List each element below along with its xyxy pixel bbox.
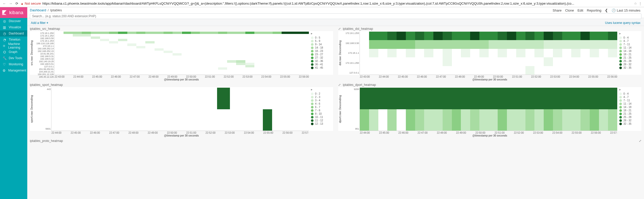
sidebar-item-dev-tools[interactable]: 🔧Dev Tools (0, 55, 27, 61)
legend-item[interactable]: 25 - 28 (619, 115, 640, 119)
heatmap-cell[interactable] (599, 40, 608, 49)
heatmap-cell[interactable] (590, 88, 599, 109)
heatmap-cell[interactable] (424, 49, 433, 57)
heatmap-cell[interactable] (118, 39, 127, 41)
heatmap-cell[interactable] (424, 88, 433, 109)
heatmap-cell[interactable] (590, 49, 599, 57)
heatmap-cell[interactable] (406, 49, 415, 57)
heatmap-cell[interactable] (516, 32, 525, 40)
heatmap-cell[interactable] (516, 109, 525, 131)
heatmap-cell[interactable] (571, 40, 580, 49)
heatmap-cell[interactable] (415, 109, 424, 131)
heatmap-cell[interactable] (433, 40, 443, 49)
heatmap-cell[interactable] (599, 109, 608, 131)
heatmap-cell[interactable] (580, 32, 590, 40)
legend-item[interactable]: 4 - 7 (619, 95, 640, 99)
legend-item[interactable]: 28 - 32 (619, 63, 640, 66)
heatmap-cell[interactable] (443, 49, 452, 57)
heatmap-cell[interactable] (525, 40, 535, 49)
heatmap-cell[interactable] (507, 88, 516, 109)
heatmap-cell[interactable] (443, 32, 452, 40)
heatmap-cell[interactable] (145, 32, 154, 34)
heatmap-cell[interactable] (489, 40, 498, 49)
heatmap-cell[interactable] (580, 109, 590, 131)
heatmap-cell[interactable] (571, 109, 580, 131)
heatmap-cell[interactable] (397, 40, 406, 49)
legend-nav-icon[interactable]: ▸ (619, 88, 640, 92)
legend-item[interactable]: 18 - 21 (619, 53, 640, 56)
heatmap-cell[interactable] (461, 32, 470, 40)
heatmap-cell[interactable] (571, 88, 580, 109)
heatmap-cell[interactable] (387, 49, 397, 57)
legend-item[interactable]: 32 - 36 (311, 59, 332, 63)
heatmap-cell[interactable] (263, 109, 272, 131)
heatmap-cell[interactable] (433, 88, 443, 109)
heatmap-cell[interactable] (415, 88, 424, 109)
heatmap-cell[interactable] (263, 32, 272, 34)
heatmap-cell[interactable] (73, 32, 82, 34)
heatmap-cell[interactable] (544, 57, 553, 66)
heatmap-cell[interactable] (590, 40, 599, 49)
heatmap-cell[interactable] (164, 51, 173, 53)
heatmap-cell[interactable] (273, 32, 282, 34)
heatmap-cell[interactable] (599, 32, 608, 40)
sidebar-item-machine-learning[interactable]: ⚛Machine Learning (0, 43, 27, 49)
heatmap-cell[interactable] (553, 88, 562, 109)
heatmap-cell[interactable] (387, 32, 397, 40)
heatmap-cell[interactable] (470, 40, 479, 49)
heatmap-cell[interactable] (127, 43, 136, 46)
heatmap-cell[interactable] (452, 109, 461, 131)
legend-item[interactable]: 11 - 14 (619, 102, 640, 105)
heatmap-cell[interactable] (424, 32, 433, 40)
heatmap-cell[interactable] (553, 40, 562, 49)
heatmap-cell[interactable] (516, 88, 525, 109)
heatmap-cell[interactable] (590, 32, 599, 40)
heatmap-cell[interactable] (182, 32, 191, 34)
legend-item[interactable]: 23 - 27 (311, 53, 332, 56)
heatmap-cell[interactable] (571, 49, 580, 57)
bookmark-icon[interactable]: ☆ (634, 2, 637, 5)
sidebar-item-visualize[interactable]: ▥Visualize (0, 24, 27, 30)
brand[interactable]: kibana (0, 7, 27, 18)
legend-item[interactable]: 32 - 35 (619, 66, 640, 69)
breadcrumb-root[interactable]: Dashboard (30, 8, 46, 12)
heatmap-cell[interactable] (100, 39, 109, 41)
legend-item[interactable]: 4 - 6 (311, 102, 332, 105)
heatmap-cell[interactable] (498, 88, 507, 109)
expand-panel-icon[interactable]: ⤢ (338, 27, 341, 31)
legend-item[interactable]: 21 - 25 (619, 56, 640, 59)
heatmap-cell[interactable] (369, 40, 378, 49)
heatmap-cell[interactable] (406, 40, 415, 49)
heatmap-cell[interactable] (534, 49, 544, 57)
heatmap-cell[interactable] (562, 32, 571, 40)
heatmap-cell[interactable] (136, 46, 145, 48)
heatmap-cell[interactable] (562, 88, 571, 109)
heatmap-cell[interactable] (236, 63, 245, 65)
heatmap-cell[interactable] (109, 41, 118, 43)
heatmap-cell[interactable] (590, 109, 599, 131)
heatmap-cell[interactable] (100, 32, 109, 34)
legend-item[interactable]: 0 - 4 (619, 92, 640, 95)
heatmap-cell[interactable] (452, 88, 461, 109)
heatmap-cell[interactable] (553, 32, 562, 40)
heatmap-cell[interactable] (516, 49, 525, 57)
heatmap-cell[interactable] (155, 32, 164, 34)
sidebar-item-dashboard[interactable]: ◷Dashboard (0, 30, 27, 37)
heatmap-cell[interactable] (91, 37, 100, 39)
lucene-syntax-link[interactable]: Uses lucene query syntax (605, 21, 640, 25)
share-button[interactable]: Share (553, 8, 562, 12)
heatmap-cell[interactable] (498, 32, 507, 40)
heatmap-cell[interactable] (173, 32, 182, 34)
heatmap-cell[interactable] (461, 49, 470, 57)
heatmap-cell[interactable] (406, 88, 415, 109)
heatmap-cell[interactable] (424, 109, 433, 131)
heatmap-cell[interactable] (406, 109, 415, 131)
heatmap-plot[interactable] (360, 88, 617, 131)
heatmap-cell[interactable] (227, 32, 236, 34)
heatmap-cell[interactable] (452, 40, 461, 49)
heatmap-cell[interactable] (369, 49, 378, 57)
legend-item[interactable]: 5 - 9 (311, 39, 332, 43)
heatmap-cell[interactable] (608, 49, 617, 57)
heatmap-cell[interactable] (433, 32, 443, 40)
heatmap-cell[interactable] (378, 88, 388, 109)
